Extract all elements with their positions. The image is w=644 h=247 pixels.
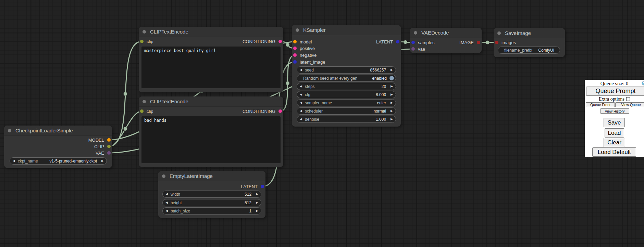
node-clip-text-encode-negative[interactable]: CLIPTextEncode clip CONDITIONING bad han… <box>139 96 283 167</box>
conditioning-output-dot[interactable] <box>278 40 282 43</box>
latent-output-dot[interactable] <box>261 185 264 188</box>
node-save-image[interactable]: SaveImage images filename_prefix ComfyUI <box>494 28 565 57</box>
node-vae-decode[interactable]: VAEDecode samples vae IMAGE <box>410 28 482 53</box>
slot-label: CONDITIONING <box>243 109 275 114</box>
widget-steps[interactable]: ◀ steps 20 ▶ <box>297 83 396 90</box>
widget-label: batch_size <box>171 209 190 213</box>
positive-input-dot[interactable] <box>293 47 297 50</box>
widget-scheduler[interactable]: ◀ scheduler normal ▶ <box>297 107 396 115</box>
model-input-dot[interactable] <box>293 40 297 43</box>
node-title: VAEDecode <box>421 30 449 36</box>
widget-value: 1 <box>249 209 251 213</box>
view-queue-button[interactable]: View Queue <box>615 102 644 107</box>
widget-width[interactable]: ◀ width 512 ▶ <box>162 191 261 198</box>
node-title-bar[interactable]: CLIPTextEncode <box>139 96 283 107</box>
slot-label: MODEL <box>88 138 104 143</box>
left-arrow-icon[interactable]: ◀ <box>165 201 168 204</box>
right-arrow-icon[interactable]: ▶ <box>391 109 393 113</box>
right-arrow-icon[interactable]: ▶ <box>391 68 393 72</box>
right-arrow-icon[interactable]: ▶ <box>391 85 393 88</box>
latent-output-dot[interactable] <box>396 40 399 43</box>
collapse-dot-icon[interactable] <box>414 31 417 35</box>
collapse-dot-icon[interactable] <box>143 100 146 103</box>
collapse-dot-icon[interactable] <box>497 31 501 35</box>
node-title-bar[interactable]: VAEDecode <box>410 28 482 38</box>
load-default-button[interactable]: Load Default <box>592 147 636 157</box>
toggle-dot-icon[interactable] <box>389 76 394 80</box>
left-arrow-icon[interactable]: ◀ <box>165 193 168 196</box>
node-title-bar[interactable]: CheckpointLoaderSimple <box>4 126 112 136</box>
collapse-dot-icon[interactable] <box>296 28 299 32</box>
right-arrow-icon[interactable]: ▶ <box>391 93 393 96</box>
node-title-bar[interactable]: SaveImage <box>494 28 565 38</box>
left-arrow-icon[interactable]: ◀ <box>300 109 302 113</box>
node-graph-canvas[interactable]: CheckpointLoaderSimple MODEL CLIP VAE ◀ … <box>0 0 644 247</box>
vae-input-dot[interactable] <box>411 47 415 51</box>
node-checkpoint-loader-simple[interactable]: CheckpointLoaderSimple MODEL CLIP VAE ◀ … <box>4 126 112 168</box>
right-arrow-icon[interactable]: ▶ <box>256 193 258 196</box>
right-arrow-icon[interactable]: ▶ <box>256 201 258 204</box>
left-arrow-icon[interactable]: ◀ <box>300 118 302 121</box>
load-button[interactable]: Load <box>605 128 624 138</box>
queue-front-button[interactable]: Queue Front <box>586 102 615 107</box>
right-arrow-icon[interactable]: ▶ <box>391 101 393 104</box>
node-empty-latent-image[interactable]: EmptyLatentImage LATENT ◀ width 512 ▶ ◀ … <box>158 171 265 218</box>
node-title-bar[interactable]: CLIPTextEncode <box>139 27 283 37</box>
collapse-dot-icon[interactable] <box>8 129 11 132</box>
slot-label: samples <box>418 40 434 45</box>
extra-options-checkbox[interactable] <box>626 97 630 101</box>
node-title-bar[interactable]: KSampler <box>292 25 401 35</box>
images-input-dot[interactable] <box>495 41 498 44</box>
right-arrow-icon[interactable]: ▶ <box>256 209 258 212</box>
output-slot-latent: LATENT <box>241 183 264 190</box>
prompt-textarea[interactable]: bad hands <box>141 116 281 163</box>
widget-random-seed-toggle[interactable]: Random seed after every gen enabled <box>297 75 396 82</box>
widget-value: ComfyUI <box>538 48 554 53</box>
widget-batch-size[interactable]: ◀ batch_size 1 ▶ <box>162 207 261 214</box>
latent-image-input-dot[interactable] <box>293 60 297 64</box>
samples-input-dot[interactable] <box>411 41 415 44</box>
queue-prompt-button[interactable]: Queue Prompt <box>586 87 644 96</box>
image-output-dot[interactable] <box>477 41 480 44</box>
output-slot-conditioning: CONDITIONING <box>243 108 282 114</box>
widget-filename-prefix[interactable]: filename_prefix ComfyUI <box>498 47 560 54</box>
node-ksampler[interactable]: KSampler model positive negative latent_… <box>292 25 401 127</box>
widget-denoise[interactable]: ◀ denoise 1.000 ▶ <box>297 116 396 123</box>
left-arrow-icon[interactable]: ◀ <box>13 159 15 162</box>
right-arrow-icon[interactable]: ▶ <box>391 118 393 121</box>
clip-output-dot[interactable] <box>107 145 111 148</box>
vae-output-dot[interactable] <box>107 151 111 155</box>
model-output-dot[interactable] <box>107 138 111 142</box>
queue-size-label: Queue size: 0 <box>585 81 644 87</box>
widget-ckpt-name[interactable]: ◀ ckpt_name v1-5-pruned-emaonly.ckpt ▶ <box>10 157 107 165</box>
left-arrow-icon[interactable]: ◀ <box>300 68 302 72</box>
negative-input-dot[interactable] <box>293 53 297 57</box>
collapse-dot-icon[interactable] <box>143 30 146 34</box>
widget-label: scheduler <box>305 109 323 114</box>
widget-label: filename_prefix <box>504 48 532 53</box>
slot-label: LATENT <box>376 39 393 44</box>
node-clip-text-encode-positive[interactable]: CLIPTextEncode clip CONDITIONING masterp… <box>139 27 283 92</box>
node-title-bar[interactable]: EmptyLatentImage <box>158 171 265 181</box>
widget-cfg[interactable]: ◀ cfg 8.000 ▶ <box>297 91 396 98</box>
save-button[interactable]: Save <box>604 118 625 127</box>
widget-seed[interactable]: ◀ seed 8566257 ▶ <box>297 66 396 74</box>
right-arrow-icon[interactable]: ▶ <box>101 159 104 162</box>
left-arrow-icon[interactable]: ◀ <box>165 209 168 212</box>
conditioning-output-dot[interactable] <box>278 109 282 113</box>
clip-input-dot[interactable] <box>140 40 144 43</box>
widget-height[interactable]: ◀ height 512 ▶ <box>162 199 261 206</box>
view-history-button[interactable]: View History <box>600 108 629 114</box>
left-arrow-icon[interactable]: ◀ <box>300 93 302 96</box>
clip-input-dot[interactable] <box>140 109 144 113</box>
input-slot-vae: vae <box>411 46 425 52</box>
widget-sampler-name[interactable]: ◀ sampler_name euler ▶ <box>297 99 396 106</box>
input-slot-clip: clip <box>140 38 153 44</box>
prompt-textarea[interactable]: masterpiece best quality girl <box>141 47 281 88</box>
left-arrow-icon[interactable]: ◀ <box>300 101 302 104</box>
gear-icon[interactable]: ⚙ <box>641 80 644 87</box>
clear-button[interactable]: Clear <box>604 138 625 147</box>
left-arrow-icon[interactable]: ◀ <box>300 85 302 88</box>
collapse-dot-icon[interactable] <box>162 174 165 178</box>
widget-value: 8.000 <box>376 92 386 97</box>
